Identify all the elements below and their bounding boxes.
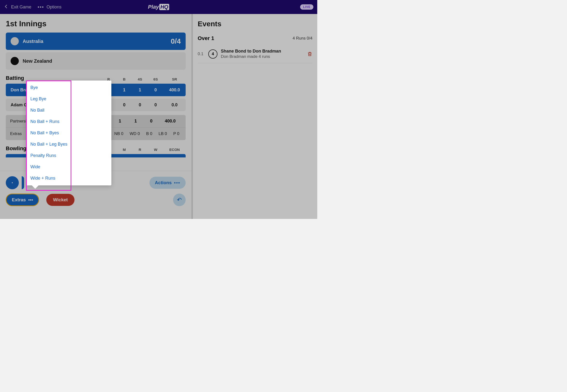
extras-popup: Bye Leg Bye No Ball No Ball + Runs No Ba… [26, 81, 111, 185]
col-b: B [116, 77, 132, 81]
delete-event-button[interactable] [307, 51, 312, 57]
popup-tail-icon [32, 185, 39, 189]
popup-item-penalty-runs[interactable]: Penalty Runs [26, 150, 111, 161]
event-line2: Don Bradman made 4 runs [221, 54, 304, 59]
event-value-badge: 4 [208, 49, 218, 59]
run-dot-button[interactable]: • [6, 176, 19, 189]
team-row-bowling[interactable]: New Zealand [6, 52, 186, 70]
innings-title: 1st Innings [6, 19, 186, 28]
col-r: R [132, 148, 148, 152]
col-sr: SR [164, 77, 186, 81]
popup-item-wide-runs[interactable]: Wide + Runs [26, 173, 111, 184]
dots-icon: ••• [28, 197, 33, 203]
actions-button[interactable]: Actions ••• [150, 177, 186, 189]
over-summary: 4 Runs 0/4 [293, 36, 312, 41]
back-arrow-icon [4, 4, 9, 10]
col-m: M [116, 148, 132, 152]
event-over: 0.1 [198, 52, 205, 56]
popup-item-no-ball-byes[interactable]: No Ball + Byes [26, 127, 111, 139]
col-econ: ECON [164, 148, 186, 152]
popup-item-no-ball-runs[interactable]: No Ball + Runs [26, 116, 111, 127]
team-dot-icon [11, 57, 19, 65]
over-title: Over 1 [198, 35, 293, 42]
col-6s: 6S [148, 77, 164, 81]
col-4s: 4S [132, 77, 148, 81]
undo-button[interactable]: ↶ [173, 194, 186, 206]
over-header: Over 1 4 Runs 0/4 [198, 35, 312, 42]
popup-item-wide[interactable]: Wide [26, 161, 111, 173]
events-title: Events [198, 20, 312, 28]
event-line1: Shane Bond to Don Bradman [221, 49, 304, 54]
top-bar: Exit Game ••• Options PlayHQ LIVE [0, 0, 317, 14]
popup-item-no-ball-leg-byes[interactable]: No Ball + Leg Byes [26, 139, 111, 150]
options-button[interactable]: ••• Options [38, 4, 61, 10]
live-badge: LIVE [300, 4, 313, 10]
logo: PlayHQ [148, 4, 169, 10]
popup-item-leg-bye[interactable]: Leg Bye [26, 93, 111, 105]
extras-button[interactable]: Extras ••• [6, 194, 39, 206]
events-panel: Events Over 1 4 Runs 0/4 0.1 4 Shane Bon… [193, 14, 317, 219]
popup-item-no-ball[interactable]: No Ball [26, 105, 111, 116]
team-dot-icon [11, 37, 19, 45]
dots-icon: ••• [38, 4, 44, 10]
team-name: New Zealand [23, 58, 181, 64]
popup-item-bye[interactable]: Bye [26, 82, 111, 93]
team-row-batting[interactable]: Australia 0/4 [6, 33, 186, 50]
team-score: 0/4 [171, 37, 181, 45]
run-button-partial[interactable] [22, 176, 24, 189]
undo-icon: ↶ [177, 196, 182, 203]
team-name: Australia [23, 39, 171, 44]
event-row: 0.1 4 Shane Bond to Don Bradman Don Brad… [198, 45, 312, 63]
dots-icon: ••• [174, 180, 180, 185]
exit-label: Exit Game [11, 5, 31, 10]
options-label: Options [46, 5, 61, 10]
exit-game-button[interactable]: Exit Game [4, 4, 31, 10]
wicket-button[interactable]: Wicket [46, 194, 74, 206]
col-w: W [148, 148, 164, 152]
